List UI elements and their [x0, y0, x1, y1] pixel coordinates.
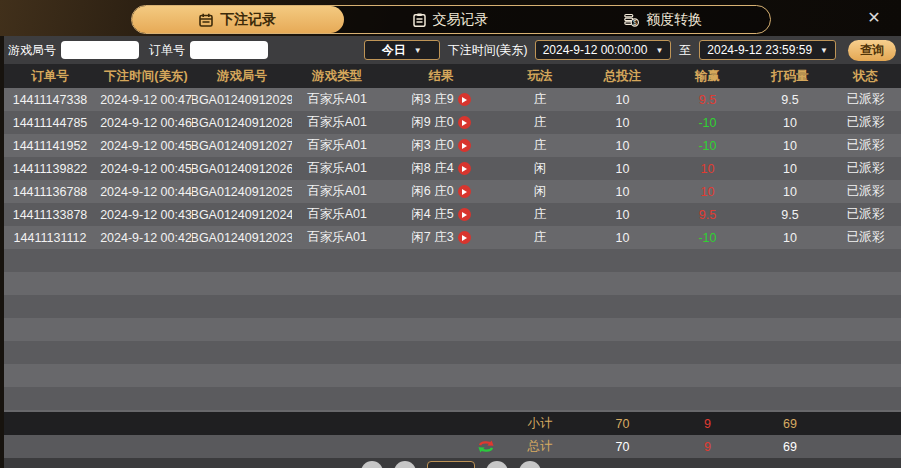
cell-total-bet: 10 — [580, 111, 665, 134]
tab-credit-conversion[interactable]: $ 额度转换 — [557, 6, 770, 33]
cell-round: BGA01240912029 — [192, 88, 292, 111]
col-header-game-type: 游戏类型 — [292, 64, 382, 88]
subtotal-label: 小计 — [500, 412, 580, 435]
cell-round: BGA01240912023 — [192, 226, 292, 249]
play-video-icon[interactable] — [458, 139, 471, 152]
cell-round: BGA01240912025 — [192, 180, 292, 203]
cell-status: 已派彩 — [830, 226, 901, 249]
cell-win-loss: 10 — [665, 180, 750, 203]
cell-total-bet: 10 — [580, 157, 665, 180]
tab-label: 交易记录 — [433, 11, 489, 29]
play-video-icon[interactable] — [458, 208, 471, 221]
order-no-input[interactable] — [190, 41, 268, 59]
play-video-icon[interactable] — [458, 185, 471, 198]
cell-status: 已派彩 — [830, 157, 901, 180]
col-header-total-bet: 总投注 — [580, 64, 665, 88]
date-range-select[interactable]: 今日 ▼ — [364, 40, 440, 60]
col-header-order: 订单号 — [0, 64, 100, 88]
cell-result: 闲7 庄3 — [382, 226, 500, 249]
result-text: 闲7 庄3 — [411, 229, 453, 246]
coins-icon: $ — [624, 13, 639, 27]
cell-win-loss: 9.5 — [665, 88, 750, 111]
first-page-button[interactable] — [361, 461, 383, 468]
cell-round: BGA01240912026 — [192, 157, 292, 180]
cell-game-type: 百家乐A01 — [292, 203, 382, 226]
query-button[interactable]: 查询 — [848, 40, 896, 61]
cell-result: 闲9 庄0 — [382, 111, 500, 134]
cell-play: 庄 — [500, 111, 580, 134]
prev-page-button[interactable] — [394, 461, 416, 468]
cell-status: 已派彩 — [830, 180, 901, 203]
cell-turnover: 10 — [750, 134, 830, 157]
cell-order: 14411144785 — [0, 111, 100, 134]
to-label: 至 — [679, 42, 691, 59]
end-time-select[interactable]: 2024-9-12 23:59:59 ▼ — [699, 40, 836, 60]
refresh-icon[interactable] — [478, 439, 494, 454]
cell-result: 闲6 庄0 — [382, 180, 500, 203]
col-header-result: 结果 — [382, 64, 500, 88]
table-row: 144111367882024-9-12 00:44BGA01240912025… — [0, 180, 901, 203]
tab-label: 下注记录 — [220, 11, 276, 29]
cell-status: 已派彩 — [830, 134, 901, 157]
cell-win-loss: -10 — [665, 111, 750, 134]
cell-game-type: 百家乐A01 — [292, 157, 382, 180]
cell-turnover: 10 — [750, 111, 830, 134]
next-page-button[interactable] — [486, 461, 508, 468]
play-video-icon[interactable] — [458, 93, 471, 106]
chevron-down-icon: ▼ — [414, 46, 422, 55]
calendar-icon — [199, 13, 213, 27]
cell-time: 2024-9-12 00:43 — [100, 203, 192, 226]
cell-turnover: 10 — [750, 226, 830, 249]
bet-time-label: 下注时间(美东) — [448, 42, 528, 59]
result-text: 闲4 庄5 — [411, 206, 453, 223]
cell-status: 已派彩 — [830, 203, 901, 226]
total-row: 总计 70 9 69 — [0, 435, 901, 458]
left-edge-strip — [0, 36, 4, 468]
total-label: 总计 — [500, 435, 580, 458]
cell-game-type: 百家乐A01 — [292, 180, 382, 203]
filter-bar: 游戏局号 订单号 今日 ▼ 下注时间(美东) 2024-9-12 00:00:0… — [0, 36, 901, 64]
cell-total-bet: 10 — [580, 180, 665, 203]
cell-game-type: 百家乐A01 — [292, 88, 382, 111]
table-empty-area — [0, 249, 901, 412]
cell-turnover: 9.5 — [750, 203, 830, 226]
start-time-select[interactable]: 2024-9-12 00:00:00 ▼ — [535, 40, 672, 60]
cell-result: 闲3 庄9 — [382, 88, 500, 111]
table-row: 144111473382024-9-12 00:47BGA01240912029… — [0, 88, 901, 111]
table-row: 144111398222024-9-12 00:45BGA01240912026… — [0, 157, 901, 180]
tab-bet-records[interactable]: 下注记录 — [132, 6, 345, 33]
cell-order: 14411141952 — [0, 134, 100, 157]
cell-time: 2024-9-12 00:45 — [100, 134, 192, 157]
result-text: 闲3 庄9 — [411, 91, 453, 108]
game-round-input[interactable] — [61, 41, 139, 59]
page-number-input[interactable] — [427, 461, 475, 468]
result-text: 闲9 庄0 — [411, 114, 453, 131]
tab-transaction-records[interactable]: 交易记录 — [344, 6, 557, 33]
cell-round: BGA01240912024 — [192, 203, 292, 226]
play-video-icon[interactable] — [458, 116, 471, 129]
last-page-button[interactable] — [519, 461, 541, 468]
cell-time: 2024-9-12 00:46 — [100, 111, 192, 134]
bet-records-modal: 下注记录 交易记录 $ 额度转换 ✕ 游戏局号 订单号 今日 ▼ — [0, 0, 901, 468]
cell-status: 已派彩 — [830, 88, 901, 111]
cell-time: 2024-9-12 00:45 — [100, 157, 192, 180]
cell-time: 2024-9-12 00:42 — [100, 226, 192, 249]
cell-order: 14411131112 — [0, 226, 100, 249]
play-video-icon[interactable] — [458, 231, 471, 244]
chevron-down-icon: ▼ — [655, 46, 663, 55]
cell-play: 闲 — [500, 180, 580, 203]
play-video-icon[interactable] — [458, 162, 471, 175]
table-row: 144111447852024-9-12 00:46BGA01240912028… — [0, 111, 901, 134]
cell-total-bet: 10 — [580, 88, 665, 111]
tab-group: 下注记录 交易记录 $ 额度转换 — [131, 5, 771, 34]
cell-win-loss: 10 — [665, 157, 750, 180]
close-icon[interactable]: ✕ — [865, 9, 883, 27]
cell-round: BGA01240912028 — [192, 111, 292, 134]
cell-time: 2024-9-12 00:47 — [100, 88, 192, 111]
cell-game-type: 百家乐A01 — [292, 134, 382, 157]
total-bet: 70 — [580, 435, 665, 458]
col-header-status: 状态 — [830, 64, 901, 88]
cell-result: 闲3 庄0 — [382, 134, 500, 157]
cell-turnover: 10 — [750, 157, 830, 180]
pagination-bar — [0, 458, 901, 468]
